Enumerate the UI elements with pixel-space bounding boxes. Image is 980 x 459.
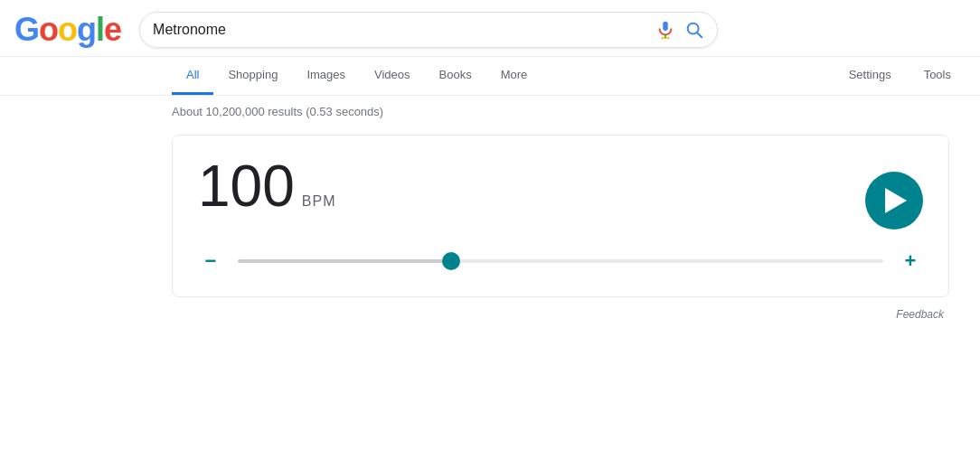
- google-logo: Google: [14, 11, 121, 49]
- bpm-display: 100 BPM: [198, 157, 335, 215]
- bpm-value: 100: [198, 157, 295, 215]
- slider-row: − +: [198, 251, 923, 271]
- slider-fill: [238, 259, 451, 263]
- decrease-button[interactable]: −: [198, 251, 223, 271]
- feedback-link[interactable]: Feedback: [896, 308, 944, 321]
- logo-g2: g: [77, 11, 96, 48]
- search-icons: [655, 20, 704, 40]
- mic-icon[interactable]: [655, 20, 675, 40]
- search-input[interactable]: [153, 22, 646, 38]
- tab-videos[interactable]: Videos: [360, 57, 425, 95]
- tab-more[interactable]: More: [486, 57, 542, 95]
- tab-all[interactable]: All: [172, 57, 213, 95]
- play-button[interactable]: [865, 172, 923, 230]
- logo-l: l: [96, 11, 104, 48]
- svg-line-4: [697, 33, 702, 37]
- metronome-card: 100 BPM − +: [172, 135, 949, 297]
- search-icon: [684, 20, 704, 40]
- top-bar: Google: [0, 0, 980, 57]
- slider-thumb[interactable]: [442, 252, 460, 270]
- increase-button[interactable]: +: [898, 251, 923, 271]
- slider-track[interactable]: [238, 259, 883, 263]
- tab-books[interactable]: Books: [425, 57, 486, 95]
- results-count: About 10,200,000 results (0.53 seconds): [172, 105, 383, 118]
- feedback-row: Feedback: [0, 304, 958, 324]
- nav-right: Settings Tools: [834, 57, 966, 95]
- bpm-label: BPM: [302, 193, 336, 210]
- logo-o1: o: [39, 11, 58, 48]
- tab-tools[interactable]: Tools: [909, 57, 966, 95]
- metronome-top-row: 100 BPM: [198, 157, 923, 244]
- results-info: About 10,200,000 results (0.53 seconds): [0, 96, 980, 127]
- play-icon: [885, 188, 907, 213]
- logo-g1: G: [14, 11, 39, 48]
- logo-e: e: [104, 11, 121, 48]
- logo-o2: o: [58, 11, 77, 48]
- svg-rect-0: [663, 22, 668, 31]
- search-box[interactable]: [139, 12, 718, 48]
- tab-images[interactable]: Images: [292, 57, 360, 95]
- tab-settings[interactable]: Settings: [834, 57, 906, 95]
- tab-shopping[interactable]: Shopping: [213, 57, 292, 95]
- nav-tabs: All Shopping Images Videos Books More Se…: [0, 57, 980, 96]
- search-button[interactable]: [684, 20, 704, 40]
